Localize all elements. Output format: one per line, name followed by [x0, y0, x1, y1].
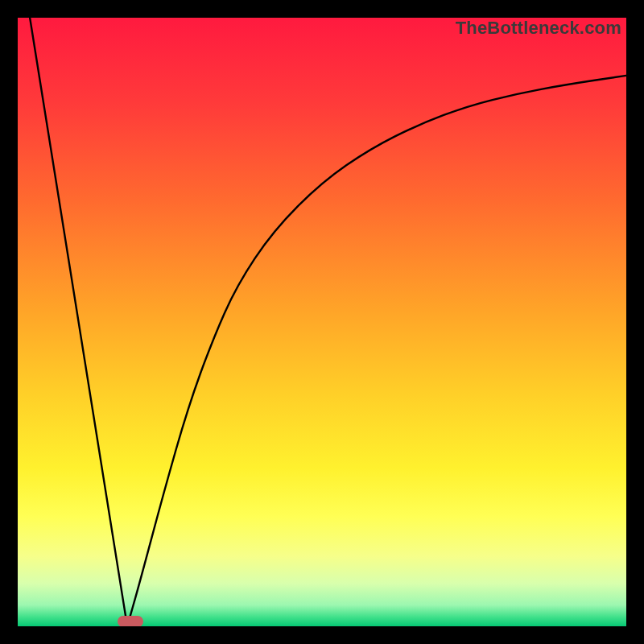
plot-area: TheBottleneck.com — [18, 18, 626, 626]
chart-frame: TheBottleneck.com — [0, 0, 644, 644]
bottleneck-curve — [18, 18, 626, 626]
minimum-marker — [118, 616, 143, 626]
